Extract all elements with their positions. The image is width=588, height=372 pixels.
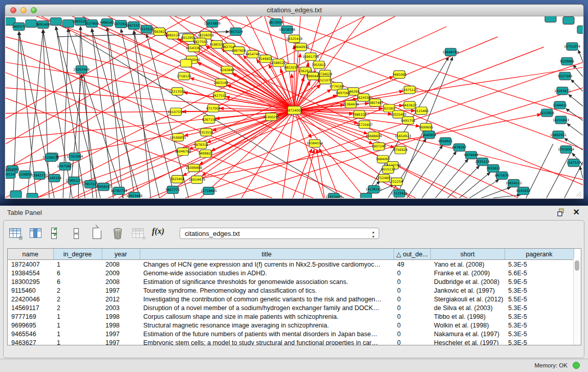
graph-node-7632621[interactable]: 7632621 (486, 165, 500, 172)
table-row[interactable]: 969969511998Structural magnetic resonanc… (8, 321, 574, 330)
graph-node-9227349[interactable]: 9227349 (558, 72, 572, 80)
column-header-out-de-[interactable]: △ out_de... (394, 249, 430, 260)
table-settings-icon[interactable]: ⚙ (9, 227, 22, 240)
graph-node-9499822[interactable]: 9499822 (199, 150, 213, 158)
delete-rows-icon[interactable] (111, 227, 124, 240)
graph-node-9756928[interactable]: 9756928 (393, 146, 407, 154)
graph-node-7986322[interactable]: 7986322 (352, 111, 366, 118)
graph-node[interactable] (360, 193, 372, 198)
column-header-year[interactable]: year (102, 249, 140, 260)
graph-node-9474444[interactable]: 9474444 (464, 151, 478, 159)
function-builder-icon[interactable]: f(x) (152, 227, 168, 240)
graph-node-20206576[interactable]: 20206576 (42, 154, 59, 162)
graph-node-19384554[interactable]: 19384554 (307, 140, 323, 147)
graph-node[interactable] (27, 193, 38, 198)
graph-node-12213553[interactable]: 12213553 (169, 87, 186, 95)
graph-node-7663822[interactable]: 7663822 (153, 28, 167, 35)
graph-node-17353994[interactable]: 17353994 (67, 153, 83, 161)
column-header-title[interactable]: title (140, 249, 394, 260)
graph-node-252254[interactable]: 252254 (390, 178, 403, 186)
graph-node-12975115[interactable]: 12975115 (401, 86, 418, 94)
graph-node-39154[interactable]: 39154 (6, 171, 15, 179)
graph-node-14136141[interactable]: 14136141 (365, 186, 382, 193)
table-row[interactable]: 1456911722003Disruption of a novel membe… (8, 303, 574, 312)
graph-node[interactable] (577, 26, 583, 33)
graph-node-10923446[interactable]: 10923446 (126, 192, 142, 198)
graph-node-1353554[interactable]: 1353554 (199, 128, 213, 136)
graph-node-2867608[interactable]: 2867608 (232, 47, 246, 54)
graph-node-1156859[interactable]: 1156859 (18, 171, 32, 179)
graph-node-11923446[interactable]: 11923446 (325, 193, 342, 198)
graph-node-10958187[interactable]: 10958187 (95, 183, 112, 191)
table-row[interactable]: 911546021997Tourette syndrome. Phenomeno… (8, 286, 574, 295)
graph-node-9245652[interactable]: 9245652 (516, 187, 531, 195)
table-row[interactable]: 946554611997Estimation of the future num… (8, 330, 574, 338)
select-all-rows-icon[interactable]: ✔ ✔ (50, 227, 63, 240)
graph-node-9857771[interactable]: 9857771 (166, 186, 180, 194)
graph-node-15892951[interactable]: 15892951 (550, 131, 567, 139)
graph-node-1167533[interactable]: 1167533 (567, 159, 581, 167)
graph-node-10975887[interactable]: 10975887 (57, 163, 73, 170)
graph-node-9699695[interactable]: 9699695 (419, 123, 433, 131)
clear-selection-icon[interactable] (70, 227, 83, 240)
graph-node-9497568[interactable]: 9497568 (336, 89, 350, 97)
graph-node-1145154[interactable]: 1145154 (47, 174, 61, 182)
table-row[interactable]: 1938455462009Genome-wide association stu… (8, 269, 574, 277)
float-panel-icon[interactable] (557, 208, 565, 216)
graph-node-16648784[interactable]: 16648784 (443, 48, 459, 56)
graph-node-16543362[interactable]: 16543362 (186, 44, 202, 52)
graph-node-12093872[interactable]: 12093872 (554, 87, 571, 95)
graph-node-2405572[interactable]: 2405572 (12, 23, 26, 30)
graph-node-10807487[interactable]: 10807487 (367, 99, 383, 106)
graph-node-8813054[interactable]: 8813054 (269, 18, 283, 26)
graph-node-1244415[interactable]: 1244415 (553, 101, 567, 109)
graph-node-6479197[interactable]: 6479197 (452, 144, 467, 151)
graph-node-13942737[interactable]: 13942737 (31, 172, 48, 180)
close-panel-icon[interactable]: ✕ (573, 207, 580, 217)
scrollbar-thumb[interactable] (575, 260, 579, 271)
graph-node-18107554[interactable]: 18107554 (168, 108, 184, 116)
graph-node-1521072[interactable]: 1521072 (318, 76, 332, 84)
graph-node-2935114[interactable]: 2935114 (475, 158, 490, 166)
graph-node-9242848[interactable]: 9242848 (220, 66, 234, 74)
graph-node-21364436[interactable]: 21364436 (342, 100, 359, 108)
graph-node-10654112[interactable]: 10654112 (506, 180, 522, 187)
column-header-short[interactable]: short (430, 249, 505, 260)
graph-node-19166855[interactable]: 19166855 (170, 134, 186, 141)
graph-node-7857224[interactable]: 7857224 (229, 28, 243, 35)
graph-node-6466162[interactable]: 6466162 (100, 18, 114, 26)
graph-node-5878314[interactable]: 5878314 (194, 141, 208, 149)
graph-node-1527602[interactable]: 1527602 (84, 19, 99, 27)
graph-node-8822037[interactable]: 8822037 (284, 63, 298, 71)
graph-node-16033809[interactable]: 16033809 (204, 19, 221, 27)
graph-node[interactable] (26, 19, 37, 27)
resize-grip-icon[interactable] (575, 190, 582, 197)
graph-node-17133426[interactable]: 17133426 (391, 190, 407, 198)
graph-node-5427552[interactable]: 5427552 (212, 92, 227, 99)
graph-node-1640954[interactable]: 1640954 (422, 131, 436, 139)
new-table-icon[interactable] (91, 227, 104, 240)
graph-node-18640910[interactable]: 18640910 (293, 43, 309, 51)
graph-node[interactable] (181, 59, 192, 67)
graph-node-7955812[interactable]: 7955812 (312, 61, 326, 69)
graph-node-9495756[interactable]: 9495756 (401, 117, 415, 124)
graph-node-16720407[interactable]: 16720407 (356, 121, 373, 128)
graph-node-10688609[interactable]: 10688609 (365, 132, 382, 140)
graph-node-1615132[interactable]: 1615132 (381, 166, 395, 173)
graph-node-16099488[interactable]: 16099488 (186, 164, 202, 172)
graph-node-8454749[interactable]: 8454749 (246, 50, 260, 58)
graph-node-7485063[interactable]: 7485063 (392, 71, 406, 78)
graph-node-19218596[interactable]: 19218596 (279, 26, 295, 33)
table-row[interactable]: 1872400712008Changes of HCN gene express… (8, 260, 574, 269)
graph-node-8958921[interactable]: 8958921 (438, 138, 452, 145)
graph-node-9329966[interactable]: 9329966 (560, 57, 574, 65)
table-selector[interactable]: citations_edges.txt ▲▼ (180, 228, 379, 239)
graph-node-9115460[interactable]: 9115460 (414, 107, 428, 115)
show-columns-icon[interactable] (29, 227, 42, 240)
graph-node-18724007[interactable]: 18724007 (286, 106, 302, 115)
column-header-name[interactable]: name (8, 249, 53, 260)
graph-node-3691406[interactable]: 3691406 (36, 20, 50, 28)
graph-node-15718485[interactable]: 15718485 (201, 187, 217, 195)
window-titlebar[interactable]: citations_edges.txt (5, 5, 583, 16)
graph-node-9463627[interactable]: 9463627 (402, 101, 417, 109)
